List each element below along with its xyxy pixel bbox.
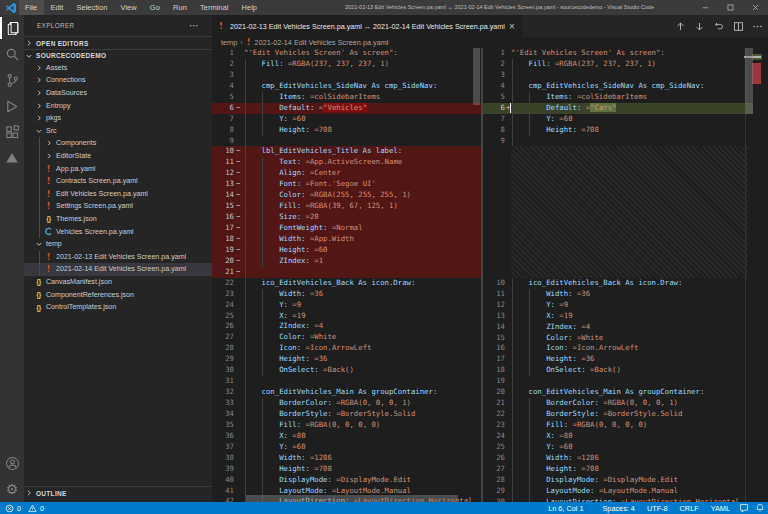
- activity-bar-accounts[interactable]: [0, 450, 24, 476]
- code-line-right-6[interactable]: 6+ Default: ="Cars": [483, 103, 753, 114]
- code-line-left-25[interactable]: 25 X: =19: [212, 311, 481, 322]
- code-line-right-21[interactable]: 21 BorderColor: =RGBA(0, 0, 0, 1): [483, 398, 753, 409]
- code-line-left-23[interactable]: 23 Width: =36: [212, 289, 481, 300]
- code-line-left-30[interactable]: 30 OnSelect: =Back(): [212, 365, 481, 376]
- code-line-left-15[interactable]: 15− Fill: =RGBA(39, 67, 125, 1): [212, 201, 481, 212]
- activity-bar-settings[interactable]: ⚙: [0, 476, 24, 502]
- code-line-left-34[interactable]: 34 BorderStyle: =BorderStyle.Solid: [212, 409, 481, 420]
- code-line-left-40[interactable]: 40 DisplayMode: =DisplayMode.Edit: [212, 475, 481, 486]
- code-line-left-14[interactable]: 14− Color: =RGBA(255, 255, 255, 1): [212, 190, 481, 201]
- code-line-right-12[interactable]: 12 Y: =9: [483, 300, 753, 311]
- menu-file[interactable]: File: [19, 0, 44, 15]
- code-line-left-38[interactable]: 38 Width: =1286: [212, 453, 481, 464]
- code-line-left-26[interactable]: 26 ZIndex: =4: [212, 321, 481, 332]
- code-line-right-23[interactable]: 23 Fill: =RGBA(0, 0, 0, 0): [483, 420, 753, 431]
- code-line-right-10[interactable]: 10 ico_EditVehicles_Back As icon.Draw:: [483, 278, 753, 289]
- outline-section[interactable]: OUTLINE: [24, 486, 212, 499]
- menu-selection[interactable]: Selection: [70, 0, 114, 15]
- code-line-left-21[interactable]: 21−: [212, 267, 481, 278]
- right-vertical-scrollbar[interactable]: [745, 48, 753, 114]
- tab-close-icon[interactable]: ×: [509, 21, 515, 32]
- tree-item-edit-vehicles-screen-pa-yaml[interactable]: !Edit Vehicles Screen.pa.yaml: [24, 188, 212, 201]
- error-count[interactable]: 0: [17, 504, 21, 513]
- code-line-right-1[interactable]: 1"'Edit Vehicles Screen' As screen":: [483, 48, 753, 59]
- code-line-left-18[interactable]: 18− Width: =App.Width: [212, 234, 481, 245]
- tree-item-entropy[interactable]: Entropy: [24, 99, 212, 112]
- code-line-right-28[interactable]: 28 DisplayMode: =DisplayMode.Edit: [483, 475, 753, 486]
- code-line-right-18[interactable]: 18 OnSelect: =Back(): [483, 365, 753, 376]
- code-line-left-29[interactable]: 29 Height: =36: [212, 354, 481, 365]
- diff-tab[interactable]: !2021-02-13 Edit Vehicles Screen.pa.yaml…: [212, 15, 522, 37]
- code-line-left-12[interactable]: 12− Align: =Center: [212, 168, 481, 179]
- tree-item-assets[interactable]: Assets: [24, 62, 212, 75]
- code-line-left-32[interactable]: 32 con_EditVehicles_Main As groupContain…: [212, 387, 481, 398]
- feedback-icon[interactable]: [736, 503, 752, 513]
- activity-bar-source-control[interactable]: [0, 67, 24, 93]
- code-line-left-13[interactable]: 13− Font: =Font.'Segoe UI': [212, 179, 481, 190]
- code-line-right-3[interactable]: 3: [483, 70, 753, 81]
- code-line-right-7[interactable]: 7 Y: =60: [483, 114, 753, 125]
- tree-item-2021-02-13-edit-vehicles-screen-pa-yaml[interactable]: !2021-02-13 Edit Vehicles Screen.pa.yaml: [24, 251, 212, 264]
- more-actions-button[interactable]: [748, 15, 767, 37]
- code-line-right-11[interactable]: 11 Width: =36: [483, 289, 753, 300]
- code-line-left-27[interactable]: 27 Color: =White: [212, 332, 481, 343]
- tree-item-contracts-screen-pa-yaml[interactable]: !Contracts Screen.pa.yaml: [24, 175, 212, 188]
- open-editors-section[interactable]: OPEN EDITORS: [24, 36, 212, 49]
- code-line-right-29[interactable]: 29 LayoutMode: =LayoutMode.Manual: [483, 486, 753, 497]
- window-minimize-button[interactable]: [693, 0, 718, 15]
- tree-item-connections[interactable]: Connections: [24, 74, 212, 87]
- tree-item-pkgs[interactable]: pkgs: [24, 112, 212, 125]
- tree-item-settings-screen-pa-yaml[interactable]: !Settings Screen.pa.yaml: [24, 200, 212, 213]
- code-line-left-11[interactable]: 11− Text: =App.ActiveScreen.Name: [212, 157, 481, 168]
- previous-change-button[interactable]: [671, 15, 690, 37]
- activity-bar-run-and-debug[interactable]: [0, 93, 24, 119]
- root-folder-section[interactable]: SOURCECODEDEMO: [24, 49, 212, 61]
- menu-terminal[interactable]: Terminal: [193, 0, 235, 15]
- tree-item-controltemplates-json[interactable]: {}ControlTemplates.json: [24, 301, 212, 314]
- status-indentation[interactable]: Spaces: 4: [596, 504, 640, 513]
- tree-item-temp[interactable]: temp: [24, 238, 212, 251]
- code-line-right-14[interactable]: 14 ZIndex: =4: [483, 322, 753, 333]
- code-line-left-28[interactable]: 28 Icon: =Icon.ArrowLeft: [212, 343, 481, 354]
- warning-count[interactable]: 0: [40, 504, 44, 513]
- tree-item-src[interactable]: Src: [24, 125, 212, 138]
- left-horizontal-scrollbar[interactable]: [246, 495, 458, 502]
- code-line-left-36[interactable]: 36 X: =80: [212, 431, 481, 442]
- code-line-right-20[interactable]: 20 con_EditVehicles_Main As groupContain…: [483, 387, 753, 398]
- code-line-left-3[interactable]: 3: [212, 70, 481, 81]
- activity-bar-power-platform[interactable]: [0, 145, 24, 171]
- code-line-left-1[interactable]: 1"'Edit Vehicles Screen' As screen":: [212, 48, 481, 59]
- code-line-left-20[interactable]: 20− ZIndex: =1: [212, 256, 481, 267]
- next-change-button[interactable]: [690, 15, 709, 37]
- code-line-left-7[interactable]: 7 Y: =60: [212, 114, 481, 125]
- code-line-right-27[interactable]: 27 Height: =708: [483, 464, 753, 475]
- menu-go[interactable]: Go: [143, 0, 166, 15]
- code-line-right-17[interactable]: 17 Height: =36: [483, 354, 753, 365]
- code-line-left-9[interactable]: 9: [212, 136, 481, 147]
- activity-bar-explorer[interactable]: [0, 15, 24, 41]
- menu-view[interactable]: View: [114, 0, 143, 15]
- code-line-left-24[interactable]: 24 Y: =9: [212, 300, 481, 311]
- breadcrumb[interactable]: temp›!2021-02-14 Edit Vehicles Screen.pa…: [212, 37, 768, 48]
- code-line-left-35[interactable]: 35 Fill: =RGBA(0, 0, 0, 0): [212, 420, 481, 431]
- code-line-left-31[interactable]: 31: [212, 376, 481, 387]
- breadcrumb-folder[interactable]: temp: [221, 38, 237, 47]
- menu-run[interactable]: Run: [166, 0, 193, 15]
- breadcrumb-file[interactable]: 2021-02-14 Edit Vehicles Screen.pa.yaml: [255, 38, 389, 47]
- code-line-right-22[interactable]: 22 BorderStyle: =BorderStyle.Solid: [483, 409, 753, 420]
- tree-item-components[interactable]: Components: [24, 137, 212, 150]
- code-line-right-24[interactable]: 24 X: =80: [483, 431, 753, 442]
- code-line-right-25[interactable]: 25 Y: =60: [483, 442, 753, 453]
- code-line-right-8[interactable]: 8 Height: =708: [483, 125, 753, 136]
- revert-block-button[interactable]: [709, 15, 728, 37]
- code-line-right-16[interactable]: 16 Icon: =Icon.ArrowLeft: [483, 343, 753, 354]
- sidebar-more-actions[interactable]: ⋯: [189, 20, 200, 31]
- code-line-left-4[interactable]: 4 cmp_EditVehicles_SideNav As cmp_SideNa…: [212, 81, 481, 92]
- tree-item-datasources[interactable]: DataSources: [24, 87, 212, 100]
- code-line-right-4[interactable]: 4 cmp_EditVehicles_SideNav As cmp_SideNa…: [483, 81, 753, 92]
- notifications-bell-icon[interactable]: [752, 503, 767, 513]
- code-line-left-10[interactable]: 10− lbl_EditVehicles_Title As label:: [212, 146, 481, 157]
- code-line-right-26[interactable]: 26 Width: =1286: [483, 453, 753, 464]
- window-maximize-button[interactable]: [718, 0, 743, 15]
- code-line-left-6[interactable]: 6− Default: ="Vehicles": [212, 103, 481, 114]
